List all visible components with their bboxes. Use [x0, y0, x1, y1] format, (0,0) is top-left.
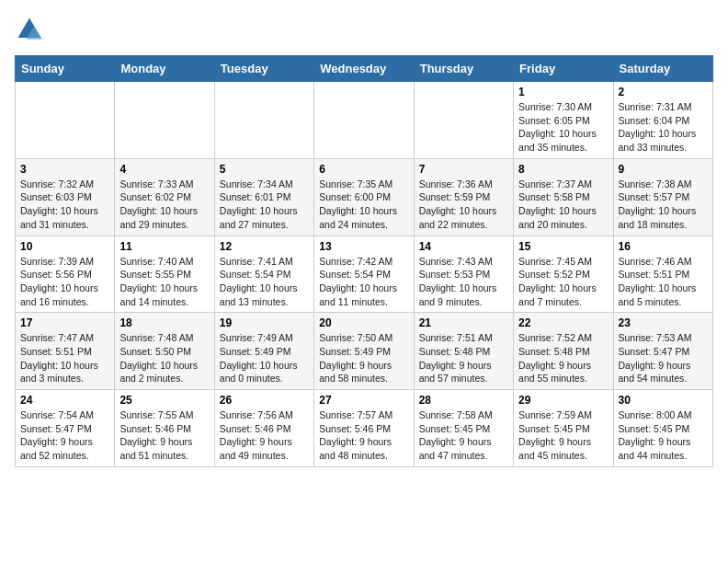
day-number: 7 [419, 163, 508, 176]
week-row-1: 1Sunrise: 7:30 AMSunset: 6:05 PMDaylight… [16, 82, 713, 159]
week-row-4: 17Sunrise: 7:47 AMSunset: 5:51 PMDayligh… [16, 313, 713, 390]
weekday-header-row: SundayMondayTuesdayWednesdayThursdayFrid… [16, 56, 713, 82]
day-info: Sunrise: 7:46 AMSunset: 5:51 PMDaylight:… [619, 255, 708, 309]
day-number: 29 [518, 394, 608, 407]
day-info: Sunrise: 7:58 AMSunset: 5:45 PMDaylight:… [419, 408, 508, 463]
day-cell: 12Sunrise: 7:41 AMSunset: 5:54 PMDayligh… [214, 236, 313, 313]
day-number: 26 [220, 394, 309, 407]
day-info: Sunrise: 7:39 AMSunset: 5:56 PMDaylight:… [20, 255, 109, 309]
day-cell [214, 82, 313, 159]
day-info: Sunrise: 7:52 AMSunset: 5:48 PMDaylight:… [518, 331, 608, 385]
day-cell [314, 82, 414, 159]
day-cell: 16Sunrise: 7:46 AMSunset: 5:51 PMDayligh… [613, 236, 712, 313]
header [15, 15, 713, 44]
day-number: 21 [419, 316, 508, 329]
day-cell [414, 82, 513, 159]
day-cell: 17Sunrise: 7:47 AMSunset: 5:51 PMDayligh… [16, 313, 115, 390]
day-cell: 3Sunrise: 7:32 AMSunset: 6:03 PMDaylight… [16, 158, 115, 236]
day-cell: 27Sunrise: 7:57 AMSunset: 5:46 PMDayligh… [314, 390, 414, 467]
day-cell: 22Sunrise: 7:52 AMSunset: 5:48 PMDayligh… [514, 313, 613, 390]
day-info: Sunrise: 7:59 AMSunset: 5:45 PMDaylight:… [518, 408, 608, 463]
day-info: Sunrise: 7:42 AMSunset: 5:54 PMDaylight:… [319, 255, 408, 309]
day-info: Sunrise: 7:30 AMSunset: 6:05 PMDaylight:… [518, 100, 608, 155]
day-number: 5 [220, 163, 309, 176]
day-info: Sunrise: 7:51 AMSunset: 5:48 PMDaylight:… [419, 331, 508, 385]
day-number: 18 [119, 316, 209, 329]
day-info: Sunrise: 7:34 AMSunset: 6:01 PMDaylight:… [220, 178, 309, 232]
day-info: Sunrise: 7:45 AMSunset: 5:52 PMDaylight:… [518, 255, 608, 309]
day-number: 30 [619, 394, 708, 407]
day-cell: 15Sunrise: 7:45 AMSunset: 5:52 PMDayligh… [514, 236, 613, 313]
day-number: 13 [319, 240, 408, 253]
day-info: Sunrise: 7:41 AMSunset: 5:54 PMDaylight:… [220, 255, 309, 309]
day-cell: 5Sunrise: 7:34 AMSunset: 6:01 PMDaylight… [214, 158, 313, 236]
day-cell: 2Sunrise: 7:31 AMSunset: 6:04 PMDaylight… [613, 82, 712, 159]
day-cell: 28Sunrise: 7:58 AMSunset: 5:45 PMDayligh… [414, 390, 513, 467]
day-number: 4 [119, 163, 209, 176]
day-info: Sunrise: 7:43 AMSunset: 5:53 PMDaylight:… [419, 255, 508, 309]
day-cell: 18Sunrise: 7:48 AMSunset: 5:50 PMDayligh… [115, 313, 214, 390]
day-number: 16 [619, 240, 708, 253]
logo-icon [15, 15, 44, 44]
day-cell: 30Sunrise: 8:00 AMSunset: 5:45 PMDayligh… [613, 390, 712, 467]
day-number: 19 [220, 316, 309, 329]
day-number: 1 [518, 86, 608, 98]
day-info: Sunrise: 7:37 AMSunset: 5:58 PMDaylight:… [518, 178, 608, 232]
day-info: Sunrise: 7:56 AMSunset: 5:46 PMDaylight:… [220, 408, 309, 463]
day-number: 9 [619, 163, 708, 176]
weekday-header-sunday: Sunday [16, 56, 115, 82]
day-info: Sunrise: 7:57 AMSunset: 5:46 PMDaylight:… [319, 408, 408, 463]
day-cell: 20Sunrise: 7:50 AMSunset: 5:49 PMDayligh… [314, 313, 414, 390]
day-info: Sunrise: 7:35 AMSunset: 6:00 PMDaylight:… [319, 178, 408, 232]
week-row-5: 24Sunrise: 7:54 AMSunset: 5:47 PMDayligh… [16, 390, 713, 467]
day-cell: 19Sunrise: 7:49 AMSunset: 5:49 PMDayligh… [214, 313, 313, 390]
day-cell: 9Sunrise: 7:38 AMSunset: 5:57 PMDaylight… [613, 158, 712, 236]
day-cell: 7Sunrise: 7:36 AMSunset: 5:59 PMDaylight… [414, 158, 513, 236]
day-info: Sunrise: 7:47 AMSunset: 5:51 PMDaylight:… [20, 331, 109, 385]
day-cell: 26Sunrise: 7:56 AMSunset: 5:46 PMDayligh… [214, 390, 313, 467]
day-number: 2 [619, 86, 708, 98]
day-info: Sunrise: 7:38 AMSunset: 5:57 PMDaylight:… [619, 178, 708, 232]
day-info: Sunrise: 7:55 AMSunset: 5:46 PMDaylight:… [119, 408, 209, 463]
day-cell: 24Sunrise: 7:54 AMSunset: 5:47 PMDayligh… [16, 390, 115, 467]
logo [15, 15, 48, 44]
day-number: 11 [119, 240, 209, 253]
day-cell: 4Sunrise: 7:33 AMSunset: 6:02 PMDaylight… [115, 158, 214, 236]
day-cell: 23Sunrise: 7:53 AMSunset: 5:47 PMDayligh… [613, 313, 712, 390]
day-info: Sunrise: 7:48 AMSunset: 5:50 PMDaylight:… [119, 331, 209, 385]
weekday-header-tuesday: Tuesday [214, 56, 313, 82]
day-info: Sunrise: 7:33 AMSunset: 6:02 PMDaylight:… [119, 178, 209, 232]
day-info: Sunrise: 7:53 AMSunset: 5:47 PMDaylight:… [619, 331, 708, 385]
day-info: Sunrise: 7:40 AMSunset: 5:55 PMDaylight:… [119, 255, 209, 309]
week-row-2: 3Sunrise: 7:32 AMSunset: 6:03 PMDaylight… [16, 158, 713, 236]
day-info: Sunrise: 7:36 AMSunset: 5:59 PMDaylight:… [419, 178, 508, 232]
weekday-header-monday: Monday [115, 56, 214, 82]
day-cell: 13Sunrise: 7:42 AMSunset: 5:54 PMDayligh… [314, 236, 414, 313]
day-cell [115, 82, 214, 159]
day-info: Sunrise: 7:54 AMSunset: 5:47 PMDaylight:… [20, 408, 109, 463]
day-cell: 10Sunrise: 7:39 AMSunset: 5:56 PMDayligh… [16, 236, 115, 313]
calendar: SundayMondayTuesdayWednesdayThursdayFrid… [15, 55, 713, 467]
day-cell: 1Sunrise: 7:30 AMSunset: 6:05 PMDaylight… [514, 82, 613, 159]
day-number: 22 [518, 316, 608, 329]
day-info: Sunrise: 7:50 AMSunset: 5:49 PMDaylight:… [319, 331, 408, 385]
day-info: Sunrise: 7:32 AMSunset: 6:03 PMDaylight:… [20, 178, 109, 232]
day-number: 3 [20, 163, 109, 176]
day-number: 24 [20, 394, 109, 407]
day-number: 23 [619, 316, 708, 329]
day-cell [16, 82, 115, 159]
day-number: 28 [419, 394, 508, 407]
day-cell: 14Sunrise: 7:43 AMSunset: 5:53 PMDayligh… [414, 236, 513, 313]
day-number: 6 [319, 163, 408, 176]
day-number: 15 [518, 240, 608, 253]
day-number: 25 [119, 394, 209, 407]
day-info: Sunrise: 7:31 AMSunset: 6:04 PMDaylight:… [619, 100, 708, 155]
weekday-header-thursday: Thursday [414, 56, 513, 82]
day-cell: 29Sunrise: 7:59 AMSunset: 5:45 PMDayligh… [514, 390, 613, 467]
day-number: 8 [518, 163, 608, 176]
weekday-header-saturday: Saturday [613, 56, 712, 82]
day-cell: 25Sunrise: 7:55 AMSunset: 5:46 PMDayligh… [115, 390, 214, 467]
day-cell: 6Sunrise: 7:35 AMSunset: 6:00 PMDaylight… [314, 158, 414, 236]
day-number: 14 [419, 240, 508, 253]
day-cell: 21Sunrise: 7:51 AMSunset: 5:48 PMDayligh… [414, 313, 513, 390]
